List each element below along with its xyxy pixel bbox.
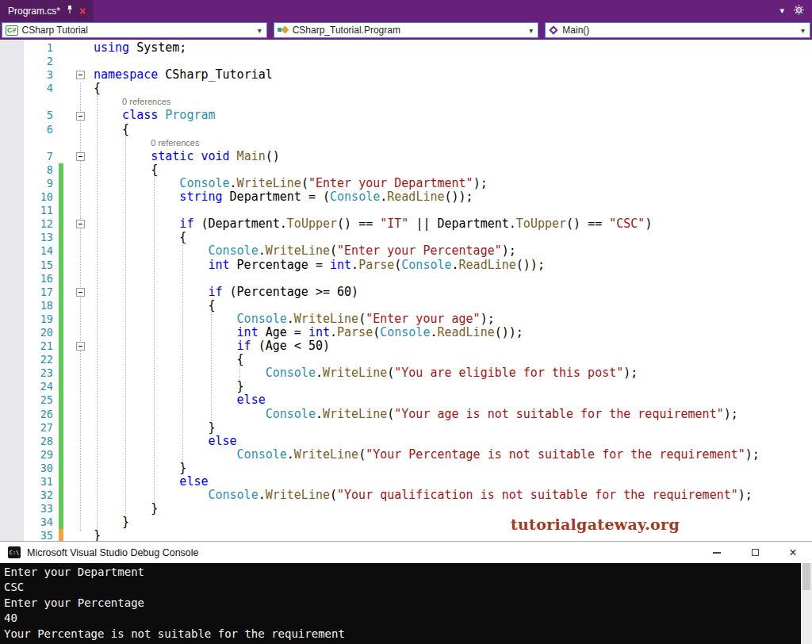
code-text: } [94,516,812,529]
window-list-dropdown-icon[interactable]: ▾ [779,6,784,16]
line-number: 23 [0,366,56,380]
line-number: 31 [0,475,56,489]
code-text: Console.WriteLine("You are eligible for … [94,366,812,380]
code-line[interactable]: 21if (Age < 50) [0,339,812,353]
code-line[interactable]: 12if (Department.ToUpper() == "IT" || De… [0,217,812,231]
code-line[interactable]: 13{ [0,231,812,244]
code-line[interactable]: 3namespace CSharp_Tutorial [0,68,812,82]
code-line[interactable]: 15int Percentage = int.Parse(Console.Rea… [0,259,812,272]
console-output[interactable]: Enter your DepartmentCSCEnter your Perce… [0,563,812,644]
code-line[interactable]: 2 [0,55,812,68]
code-line[interactable]: 1using System; [0,41,812,55]
code-line[interactable]: 26Console.WriteLine("Your age is not sui… [0,408,812,421]
code-line[interactable]: 11 [0,204,812,217]
code-text: { [94,123,812,136]
outlining-margin [63,529,94,541]
fold-collapse-toggle[interactable] [76,71,85,79]
line-number: 1 [0,41,56,55]
outlining-margin [63,502,94,516]
tab-program-cs[interactable]: Program.cs* × [0,0,94,21]
code-text [94,55,812,68]
code-line[interactable]: 8{ [0,163,812,177]
close-button[interactable]: × [774,542,812,563]
minimize-button[interactable] [698,542,736,563]
codelens-references[interactable]: 0 references [94,136,812,150]
outlining-margin [63,299,94,312]
chevron-down-icon[interactable]: ▾ [258,26,262,35]
code-line[interactable]: 5class Program [0,109,812,122]
code-line[interactable]: 4{ [0,82,812,95]
code-line[interactable]: 28else [0,435,812,448]
code-text: using System; [94,41,812,55]
code-text: Console.WriteLine("Your age is not suita… [94,408,812,421]
code-line[interactable]: 14Console.WriteLine("Enter your Percenta… [0,244,812,258]
member-dropdown[interactable]: Main() ▾ [545,22,810,38]
code-line[interactable]: 34} [0,516,812,529]
chevron-down-icon[interactable]: ▾ [801,26,805,35]
fold-collapse-toggle[interactable] [76,152,85,161]
code-line[interactable]: 16 [0,272,812,286]
method-icon [550,25,558,34]
line-number: 14 [0,244,56,258]
fold-collapse-toggle[interactable] [76,288,85,297]
code-text: class Program [94,109,812,122]
type-dropdown[interactable]: CSharp_Tutorial.Program ▾ [274,22,539,38]
codelens-references[interactable]: 0 references [94,95,812,109]
codelens-row[interactable]: 0 references [0,95,812,109]
line-number: 32 [0,489,56,502]
code-line[interactable]: 24} [0,380,812,393]
code-line[interactable]: 32Console.WriteLine("Your qualification … [0,489,812,502]
code-line[interactable]: 22{ [0,353,812,366]
code-line[interactable]: 19Console.WriteLine("Enter your age"); [0,312,812,326]
outlining-margin [63,272,94,286]
line-number: 4 [0,82,56,95]
tab-strip: Program.cs* × ▾ [0,0,812,21]
maximize-button[interactable] [736,542,774,563]
outlining-margin [63,380,94,393]
code-text: string Department = (Console.ReadLine())… [94,190,812,204]
code-line[interactable]: 23Console.WriteLine("You are eligible fo… [0,366,812,380]
code-line[interactable]: 20int Age = int.Parse(Console.ReadLine()… [0,326,812,339]
line-number [0,136,56,150]
code-line[interactable]: 27} [0,421,812,435]
fold-collapse-toggle[interactable] [76,112,85,121]
codelens-row[interactable]: 0 references [0,136,812,150]
tab-close-icon[interactable]: × [79,6,86,17]
code-line[interactable]: 6{ [0,123,812,136]
pin-icon[interactable] [66,5,74,17]
code-line[interactable]: 10string Department = (Console.ReadLine(… [0,190,812,204]
outlining-margin [63,217,94,231]
type-dropdown-label: CSharp_Tutorial.Program [293,25,400,36]
code-line[interactable]: 33} [0,502,812,516]
code-line[interactable]: 17if (Percentage >= 60) [0,286,812,299]
line-number: 12 [0,217,56,231]
line-number: 22 [0,353,56,366]
code-line[interactable]: 31else [0,475,812,489]
code-line[interactable]: 18{ [0,299,812,312]
code-editor[interactable]: 1using System;23namespace CSharp_Tutoria… [0,40,812,541]
chevron-down-icon[interactable]: ▾ [529,26,533,35]
console-scrollbar[interactable] [801,563,812,644]
fold-collapse-toggle[interactable] [76,220,85,228]
line-number: 29 [0,448,56,462]
scrollbar-thumb[interactable] [802,563,810,590]
outlining-margin [63,421,94,435]
code-line[interactable]: 29Console.WriteLine("Your Percentage is … [0,448,812,462]
console-titlebar[interactable]: C:\ Microsoft Visual Studio Debug Consol… [0,541,812,563]
code-text: if (Percentage >= 60) [94,286,812,299]
fold-collapse-toggle[interactable] [76,342,85,351]
code-line[interactable]: 7static void Main() [0,150,812,163]
code-line[interactable]: 30} [0,462,812,475]
code-text: if (Age < 50) [94,339,812,353]
code-text: { [94,353,812,366]
code-line[interactable]: 35} [0,529,812,541]
code-line[interactable]: 25else [0,393,812,407]
project-dropdown[interactable]: C# CSharp Tutorial ▾ [2,22,267,38]
gear-icon[interactable] [794,5,804,17]
code-text: else [94,393,812,407]
outlining-margin [63,204,94,217]
code-text: static void Main() [94,150,812,163]
line-number: 20 [0,326,56,339]
code-line[interactable]: 9Console.WriteLine("Enter your Departmen… [0,177,812,190]
line-number: 5 [0,109,56,122]
